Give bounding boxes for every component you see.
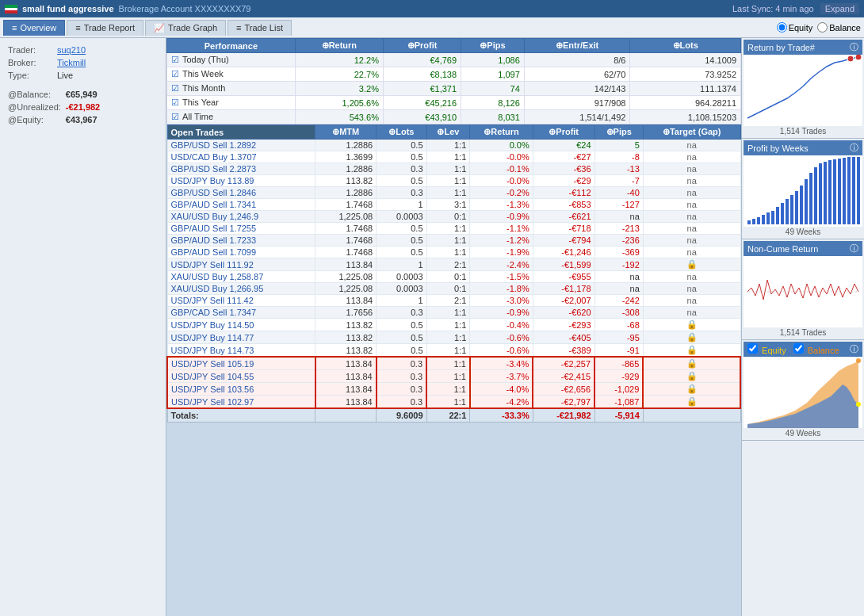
equity-radio-label[interactable]: Equity xyxy=(777,22,813,33)
svg-rect-15 xyxy=(800,186,803,224)
type-label: Type: xyxy=(6,70,54,81)
svg-rect-6 xyxy=(757,217,760,224)
return-by-trade-title: Return by Trade# ⓘ xyxy=(744,40,862,55)
svg-rect-23 xyxy=(838,159,841,224)
svg-rect-13 xyxy=(790,195,793,224)
tab-trade-report[interactable]: ≡ Trade Report xyxy=(67,20,143,36)
trades-header-target[interactable]: ⊕Target (Gap) xyxy=(643,125,740,140)
trades-header-mtm[interactable]: ⊕MTM xyxy=(315,125,377,140)
table-row: GBP/USD Sell 1.28921.28860.51:10.0%€245n… xyxy=(167,140,740,151)
table-row: GBP/AUD Sell 1.73411.746813:1-1.3%-€853-… xyxy=(167,199,740,211)
trader-info: Trader: suq210 Broker: Tickmill Type: Li… xyxy=(5,43,161,82)
balance-radio-label[interactable]: Balance xyxy=(817,22,861,33)
perf-header-profit[interactable]: ⊕Profit xyxy=(383,39,461,53)
broker-label: Broker: xyxy=(6,57,54,68)
info-icon-3[interactable]: ⓘ xyxy=(850,243,858,254)
perf-row: ☑This Year1,205.6%€45,2168,126917/908964… xyxy=(167,96,741,110)
return-by-trade-section: Return by Trade# ⓘ 1,514 Trades xyxy=(742,38,864,139)
equity-value: €43,967 xyxy=(64,114,101,125)
tab-trade-graph[interactable]: 📈 Trade Graph xyxy=(145,20,226,36)
svg-rect-16 xyxy=(805,179,808,224)
svg-rect-10 xyxy=(776,207,779,224)
equity-balance-svg xyxy=(744,357,862,428)
trades-table: Open Trades ⊕MTM ⊕Lots ⊕Lev ⊕Return ⊕Pro… xyxy=(166,124,741,423)
svg-rect-11 xyxy=(781,203,784,224)
table-row: GBP/CAD Sell 1.73471.76560.31:1-0.9%-€62… xyxy=(167,307,740,319)
equity-balance-title: Equity Balance ⓘ xyxy=(744,342,862,357)
table-row: XAU/USD Buy 1,258.871,225.080.00030:1-1.… xyxy=(167,271,740,283)
svg-rect-7 xyxy=(762,215,765,224)
tab-trade-list[interactable]: ≡ Trade List xyxy=(227,20,292,36)
table-row: XAU/USD Buy 1,266.951,225.080.00030:1-1.… xyxy=(167,283,740,295)
trades-scroll[interactable]: Open Trades ⊕MTM ⊕Lots ⊕Lev ⊕Return ⊕Pro… xyxy=(166,124,741,616)
balance-label: @Balance: xyxy=(6,89,63,100)
perf-row: ☑This Week22.7%€8,1381,09762/7073.9252 xyxy=(167,67,741,82)
table-row: USD/CAD Buy 1.37071.36990.51:1-0.0%-€27-… xyxy=(167,151,740,163)
info-icon-4[interactable]: ⓘ xyxy=(850,343,858,355)
equity-radio[interactable] xyxy=(777,22,787,33)
svg-rect-0 xyxy=(744,55,862,126)
perf-header-return[interactable]: ⊕Return xyxy=(295,39,383,53)
perf-header-pips[interactable]: ⊕Pips xyxy=(461,39,525,53)
trades-header-trade[interactable]: Open Trades xyxy=(167,125,315,140)
balance-checkbox[interactable] xyxy=(793,343,804,354)
right-panel: Return by Trade# ⓘ 1,514 Trades Profit b… xyxy=(741,38,864,616)
trades-header-lots[interactable]: ⊕Lots xyxy=(377,125,426,140)
unrealized-label: @Unrealized: xyxy=(6,101,63,113)
profit-by-weeks-title: Profit by Weeks ⓘ xyxy=(744,140,862,155)
equity-checkbox[interactable] xyxy=(747,343,758,354)
perf-row: ☑All Time543.6%€43,9108,0311,514/1,4921,… xyxy=(167,110,741,124)
table-row: USD/JPY Buy 114.77113.820.51:1-0.6%-€405… xyxy=(167,331,740,344)
table-row: USD/JPY Sell 104.55113.840.31:1-3.7%-€2,… xyxy=(167,370,740,383)
nav-tabs: ≡ Overview ≡ Trade Report 📈 Trade Graph … xyxy=(3,20,292,36)
table-row: USD/JPY Sell 102.97113.840.31:1-4.2%-€2,… xyxy=(167,396,740,409)
nav-right: Equity Balance xyxy=(777,22,861,33)
perf-header-lots[interactable]: ⊕Lots xyxy=(630,39,741,53)
svg-point-2 xyxy=(855,55,862,60)
equity-label: @Equity: xyxy=(6,114,63,125)
svg-rect-24 xyxy=(843,158,846,224)
balance-info: @Balance: €65,949 @Unrealized: -€21,982 … xyxy=(5,87,161,127)
svg-rect-8 xyxy=(767,212,770,224)
broker-value[interactable]: Tickmill xyxy=(57,58,86,67)
totals-row: Totals:9.600922:1-33.3%-€21,982-5,914 xyxy=(167,408,740,423)
svg-rect-12 xyxy=(786,199,789,224)
svg-point-34 xyxy=(856,402,861,407)
performance-table: Performance ⊕Return ⊕Profit ⊕Pips ⊕Entr/… xyxy=(166,38,741,124)
svg-point-33 xyxy=(856,358,861,363)
table-row: USD/JPY Buy 113.89113.820.51:1-0.0%-€29-… xyxy=(167,175,740,187)
trader-value[interactable]: suq210 xyxy=(57,45,86,55)
unrealized-value: -€21,982 xyxy=(64,101,101,113)
non-cume-return-svg xyxy=(744,256,862,327)
trades-header-return[interactable]: ⊕Return xyxy=(470,125,533,140)
info-icon[interactable]: ⓘ xyxy=(850,41,858,53)
table-row: GBP/USD Sell 1.28461.28860.31:1-0.2%-€11… xyxy=(167,187,740,199)
tab-overview[interactable]: ≡ Overview xyxy=(3,20,65,36)
table-row: USD/JPY Sell 105.19113.840.31:1-3.4%-€2,… xyxy=(167,357,740,370)
svg-rect-21 xyxy=(828,160,832,224)
perf-header-period[interactable]: Performance xyxy=(167,39,296,53)
svg-rect-25 xyxy=(847,157,851,224)
table-row: GBP/AUD Sell 1.72331.74680.51:1-1.2%-€79… xyxy=(167,235,740,247)
balance-radio[interactable] xyxy=(817,22,828,33)
non-cume-return-label: 1,514 Trades xyxy=(744,327,862,338)
expand-button[interactable]: Expand xyxy=(820,3,859,14)
table-row: USD/JPY Sell 111.92113.8412:1-2.4%-€1,59… xyxy=(167,258,740,271)
non-cume-return-section: Non-Cume Return ⓘ 1,514 Trades xyxy=(742,239,864,340)
type-value: Live xyxy=(55,70,159,81)
title-bar-left: small fund aggressive Brokerage Account … xyxy=(5,4,250,13)
svg-rect-5 xyxy=(752,219,755,224)
trades-header-profit[interactable]: ⊕Profit xyxy=(533,125,594,140)
trades-header-lev[interactable]: ⊕Lev xyxy=(426,125,470,140)
non-cume-return-title: Non-Cume Return ⓘ xyxy=(744,241,862,256)
title-bar-right: Last Sync: 4 min ago Expand xyxy=(732,3,859,14)
trades-header-pips[interactable]: ⊕Pips xyxy=(594,125,643,140)
perf-header-entr-exit[interactable]: ⊕Entr/Exit xyxy=(524,39,630,53)
svg-rect-26 xyxy=(852,157,855,224)
table-row: GBP/AUD Sell 1.72551.74680.51:1-1.1%-€71… xyxy=(167,223,740,235)
table-row: GBP/USD Sell 2.28731.28860.31:1-0.1%-€36… xyxy=(167,163,740,175)
svg-rect-19 xyxy=(819,163,822,224)
table-row: XAU/USD Buy 1,246.91,225.080.00030:1-0.9… xyxy=(167,211,740,223)
app-name: small fund aggressive xyxy=(22,4,114,13)
info-icon-2[interactable]: ⓘ xyxy=(850,142,858,154)
